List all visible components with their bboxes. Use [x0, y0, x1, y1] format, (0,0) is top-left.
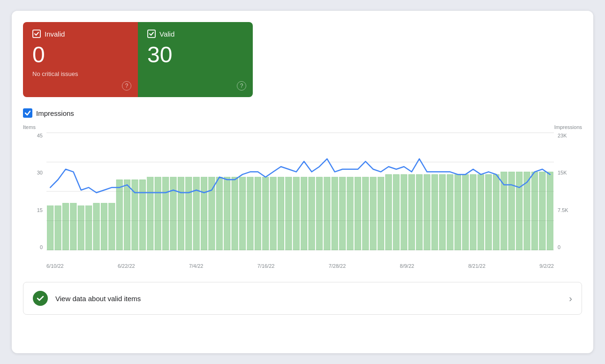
svg-rect-18: [147, 177, 153, 250]
svg-rect-9: [78, 206, 84, 250]
svg-rect-21: [170, 177, 176, 250]
x-label-1: 6/22/22: [118, 263, 135, 269]
valid-check-circle: [33, 291, 48, 306]
x-label-2: 7/4/22: [189, 263, 204, 269]
svg-rect-70: [547, 172, 553, 250]
svg-rect-50: [393, 174, 399, 250]
svg-rect-23: [186, 177, 192, 250]
svg-rect-11: [93, 203, 99, 250]
valid-label-row: Valid: [147, 30, 243, 38]
svg-rect-55: [431, 174, 438, 250]
view-data-label: View data about valid items: [55, 295, 561, 303]
chart-svg: [46, 133, 554, 250]
svg-rect-66: [516, 172, 522, 250]
svg-rect-27: [216, 177, 222, 250]
svg-rect-56: [439, 174, 446, 250]
svg-rect-10: [85, 206, 91, 250]
svg-rect-33: [263, 177, 269, 250]
svg-rect-34: [270, 177, 276, 250]
svg-rect-54: [424, 174, 430, 250]
svg-rect-53: [416, 174, 422, 250]
chevron-right-icon: ›: [569, 293, 572, 304]
svg-rect-15: [124, 180, 130, 250]
y-right-0: 0: [558, 244, 560, 250]
main-card: Invalid 0 No critical issues ? Valid 30 …: [12, 11, 593, 353]
x-label-3: 7/16/22: [257, 263, 275, 269]
svg-rect-52: [408, 174, 415, 250]
svg-rect-13: [109, 203, 115, 250]
y-left-15: 15: [37, 207, 43, 213]
y-left-0: 0: [40, 244, 43, 250]
invalid-label-row: Invalid: [32, 30, 129, 38]
svg-rect-69: [539, 172, 545, 250]
invalid-checkbox: [32, 30, 41, 38]
svg-rect-38: [301, 177, 307, 250]
invalid-title: Invalid: [45, 30, 65, 38]
svg-rect-14: [116, 180, 122, 250]
y-right-75k: 7.5K: [558, 207, 568, 213]
impressions-legend-checkbox[interactable]: [23, 108, 32, 118]
y-right-23k: 23K: [558, 133, 567, 138]
x-label-7: 9/2/22: [539, 263, 554, 269]
svg-rect-17: [139, 180, 145, 250]
chart-section: Impressions Items 45 30 15 0 Impressions…: [23, 108, 582, 269]
invalid-help-icon[interactable]: ?: [122, 81, 131, 91]
svg-rect-49: [386, 174, 392, 250]
svg-rect-46: [363, 177, 369, 250]
x-label-5: 8/9/22: [400, 263, 415, 269]
y-axis-left: Items 45 30 15 0: [23, 133, 45, 250]
svg-rect-37: [293, 177, 299, 250]
chart-legend: Impressions: [23, 108, 582, 118]
y-left-30: 30: [37, 170, 43, 175]
svg-rect-19: [155, 177, 161, 250]
svg-rect-6: [55, 206, 61, 250]
valid-count: 30: [147, 43, 243, 68]
svg-rect-64: [501, 172, 507, 250]
y-right-unit: Impressions: [554, 124, 582, 130]
svg-rect-63: [493, 174, 499, 250]
svg-rect-35: [278, 177, 284, 250]
valid-box: Valid 30 ?: [138, 22, 253, 97]
y-left-45: 45: [37, 133, 43, 138]
svg-rect-47: [370, 177, 376, 250]
x-label-0: 6/10/22: [46, 263, 64, 269]
x-axis: 6/10/22 6/22/22 7/4/22 7/16/22 7/28/22 8…: [46, 251, 554, 269]
invalid-subtitle: No critical issues: [32, 70, 129, 77]
svg-rect-30: [239, 177, 245, 250]
svg-rect-41: [324, 177, 330, 250]
svg-rect-20: [162, 177, 168, 250]
svg-rect-40: [316, 177, 322, 250]
valid-checkbox: [147, 30, 156, 38]
x-label-6: 8/21/22: [468, 263, 485, 269]
svg-rect-24: [193, 177, 199, 250]
svg-rect-58: [454, 174, 461, 250]
svg-rect-36: [286, 177, 292, 250]
valid-title: Valid: [159, 30, 174, 38]
svg-rect-39: [309, 177, 315, 250]
svg-rect-44: [347, 177, 353, 250]
valid-help-icon[interactable]: ?: [237, 81, 246, 91]
invalid-count: 0: [32, 43, 129, 68]
svg-rect-62: [485, 174, 492, 250]
svg-rect-32: [255, 177, 261, 250]
svg-rect-68: [531, 172, 537, 250]
svg-rect-48: [378, 177, 384, 250]
svg-rect-51: [401, 174, 407, 250]
view-data-button[interactable]: View data about valid items ›: [23, 282, 582, 315]
svg-rect-59: [462, 174, 469, 250]
svg-rect-12: [101, 203, 107, 250]
svg-rect-26: [209, 177, 215, 250]
y-right-15k: 15K: [558, 170, 567, 175]
svg-rect-25: [201, 177, 207, 250]
svg-rect-65: [508, 172, 514, 250]
x-label-4: 7/28/22: [329, 263, 346, 269]
svg-rect-60: [470, 174, 476, 250]
svg-rect-31: [247, 177, 253, 250]
svg-rect-45: [355, 177, 361, 250]
svg-rect-43: [339, 177, 345, 250]
svg-rect-7: [62, 203, 68, 250]
chart-container: Items 45 30 15 0 Impressions 23K 15K 7.5…: [23, 123, 582, 269]
svg-rect-42: [332, 177, 338, 250]
svg-rect-57: [447, 174, 453, 250]
invalid-box: Invalid 0 No critical issues ?: [23, 22, 138, 97]
